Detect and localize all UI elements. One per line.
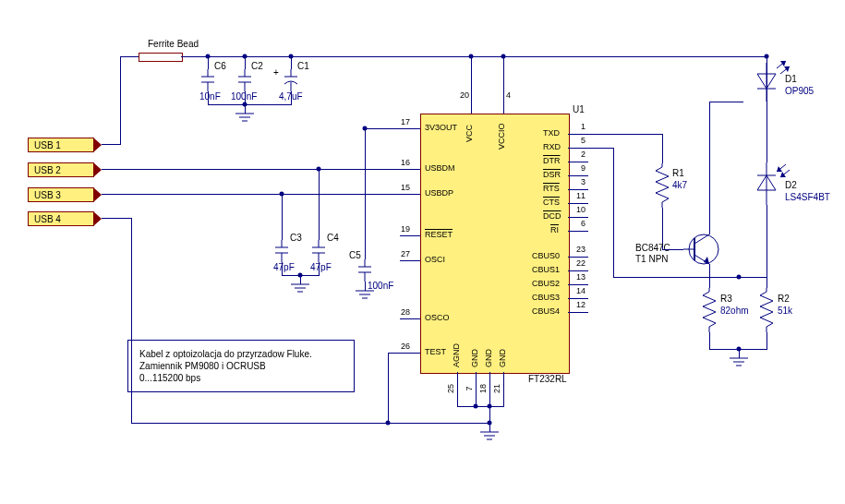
pname-reset: RESET: [425, 230, 453, 239]
svg-marker-48: [780, 61, 786, 66]
c1-ref: C1: [297, 61, 309, 71]
pname-3v3: 3V3OUT: [425, 123, 457, 132]
ferrite-label: Ferrite Bead: [148, 39, 199, 49]
r1-val: 4k7: [672, 180, 687, 190]
res-r1: [656, 163, 669, 208]
svg-marker-40: [704, 257, 709, 264]
svg-marker-57: [780, 172, 786, 177]
note-box: Kabel z optoizolacja do przyrzadow Fluke…: [127, 340, 355, 392]
gnd-c34: [291, 284, 309, 295]
d1-ref: D1: [785, 74, 797, 84]
c5-ref: C5: [349, 250, 361, 260]
cap-c4: [312, 240, 325, 262]
port-usb3: USB 3: [28, 187, 94, 202]
pin-15: 15: [401, 183, 410, 192]
pname-dsr: DSR: [543, 170, 561, 179]
c3-ref: C3: [290, 233, 302, 243]
pin-19: 19: [401, 224, 410, 234]
pin-11: 11: [571, 191, 585, 200]
cap-c3: [275, 240, 288, 262]
port-usb2: USB 2: [28, 162, 94, 177]
pname-test: TEST: [425, 347, 446, 356]
pin-20: 20: [460, 90, 469, 100]
pname-rts: RTS: [543, 184, 560, 193]
cap-c6: [201, 69, 214, 91]
cap-c1: [284, 69, 297, 91]
pin-18: 18: [478, 384, 488, 393]
pname-gnd2: GND: [484, 349, 493, 367]
cap-c2: [238, 69, 251, 91]
pin-10: 10: [571, 205, 585, 214]
pin-23: 23: [571, 245, 585, 254]
c4-ref: C4: [327, 233, 339, 243]
pin-21: 21: [492, 384, 501, 393]
res-r2: [760, 288, 773, 332]
pin-28: 28: [401, 307, 410, 317]
pname-agnd: AGND: [452, 343, 461, 367]
npn-t1: [683, 231, 720, 268]
pname-cbus2: CBUS2: [532, 279, 560, 288]
t1-part: BC847C: [635, 243, 673, 253]
pin-25: 25: [446, 384, 455, 393]
pname-usbdm: USBDM: [425, 163, 455, 173]
pin-16: 16: [401, 158, 410, 167]
c2-ref: C2: [251, 61, 263, 71]
c5-val: 100nF: [368, 281, 393, 291]
pin-1: 1: [574, 122, 585, 131]
d1-val: OP905: [785, 86, 814, 96]
schematic-canvas: Ferrite Bead C6 10nF C2 100nF + C1 4,7uF: [0, 0, 845, 504]
pin-17: 17: [401, 117, 410, 126]
pname-osci: OSCI: [425, 255, 445, 264]
pin-3: 3: [574, 177, 585, 186]
pname-gnd3: GND: [498, 349, 507, 367]
r2-ref: R2: [778, 294, 790, 304]
pin-7: 7: [465, 386, 474, 390]
pin-4: 4: [506, 90, 511, 100]
gnd-ic: [480, 432, 499, 443]
pin-5: 5: [574, 136, 585, 145]
pin-13: 13: [571, 272, 585, 282]
gnd-top: [235, 114, 254, 125]
pname-vccio: VCCIO: [497, 123, 506, 150]
pin-27: 27: [401, 249, 410, 258]
pin-9: 9: [574, 163, 585, 173]
pname-cbus0: CBUS0: [532, 251, 560, 260]
c6-val: 10nF: [199, 91, 221, 102]
pname-vcc: VCC: [465, 125, 474, 142]
led-d1: [743, 63, 790, 102]
svg-marker-50: [784, 66, 790, 72]
pname-usbdp: USBDP: [425, 188, 453, 198]
u1-ref: U1: [573, 104, 585, 114]
gnd-c5: [356, 291, 374, 302]
ic-u1: [420, 114, 570, 374]
pname-cts: CTS: [543, 198, 560, 207]
gnd-right: [730, 358, 748, 369]
res-r3: [703, 288, 716, 332]
svg-marker-55: [777, 166, 782, 172]
r3-val: 82ohm: [720, 306, 749, 316]
cap-c5: [358, 259, 371, 282]
pname-dtr: DTR: [543, 156, 561, 165]
note-l3: 0...115200 bps: [139, 372, 343, 384]
c1-pol: +: [273, 67, 279, 78]
pin-6: 6: [574, 219, 585, 228]
port-usb1: USB 1: [28, 138, 94, 152]
pin-26: 26: [401, 342, 410, 351]
port-usb4: USB 4: [28, 211, 94, 226]
pname-rxd: RXD: [543, 142, 561, 151]
d2-val: LS4SF4BT: [785, 192, 830, 202]
note-l2: Zamiennik PM9080 i OCRUSB: [139, 360, 343, 372]
pname-gnd1: GND: [470, 349, 479, 367]
ferrite-bead: [139, 53, 183, 62]
pname-cbus3: CBUS3: [532, 293, 560, 302]
pin-14: 14: [571, 286, 585, 295]
note-l1: Kabel z optoizolacja do przyrzadow Fluke…: [139, 348, 343, 360]
pname-ri: RI: [550, 225, 559, 234]
r3-ref: R3: [720, 294, 732, 304]
c3-val: 47pF: [273, 262, 295, 272]
r2-val: 51k: [778, 306, 792, 316]
d2-ref: D2: [785, 180, 797, 190]
c6-ref: C6: [214, 61, 226, 71]
pname-cbus4: CBUS4: [532, 306, 560, 316]
c4-val: 47pF: [310, 262, 332, 272]
